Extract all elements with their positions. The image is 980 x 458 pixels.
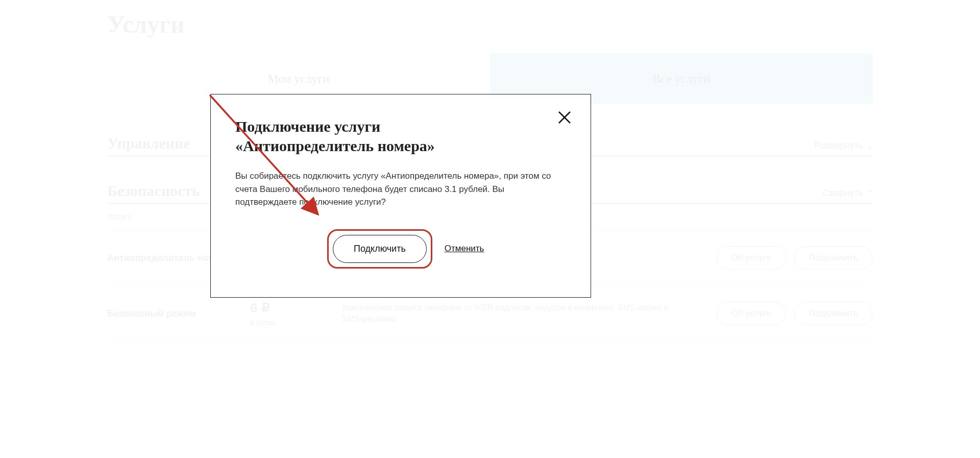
service-description: Комплексная защита телефона от WEB-подпи…	[342, 302, 699, 325]
about-service-button[interactable]: Об услуге	[717, 246, 786, 270]
section-toggle-expand[interactable]: Развернуть ⌄	[815, 140, 873, 151]
service-period: в сутки	[250, 318, 342, 327]
modal-title: Подключение услуги «Антиопределитель ном…	[235, 117, 521, 155]
service-price-block: 6 ₽ в сутки	[250, 300, 342, 327]
modal-text: Вы собираетесь подключить услугу «Антиоп…	[235, 170, 562, 209]
service-actions: Об услуге Подключить	[699, 302, 873, 325]
toggle-label: Развернуть	[815, 140, 863, 151]
section-title: Безопасность	[107, 182, 200, 200]
annotation-highlight-box: Подключить	[327, 229, 432, 269]
close-icon	[557, 110, 572, 125]
chevron-up-icon: ⌃	[866, 188, 873, 198]
service-price: 6 ₽	[250, 300, 342, 316]
cancel-link[interactable]: Отменить	[445, 244, 484, 254]
service-name: Безопасный режим	[107, 308, 250, 319]
confirm-connect-button[interactable]: Подключить	[333, 235, 427, 263]
page-title: Услуги	[107, 10, 873, 38]
section-title: Управление	[107, 135, 190, 152]
close-button[interactable]	[557, 110, 572, 125]
about-service-button[interactable]: Об услуге	[717, 302, 786, 325]
modal-actions: Подключить Отменить	[235, 229, 566, 269]
confirmation-modal: Подключение услуги «Антиопределитель ном…	[210, 94, 591, 298]
service-actions: Об услуге Подключить	[699, 246, 873, 270]
chevron-down-icon: ⌄	[866, 141, 873, 151]
toggle-label: Свернуть	[823, 188, 863, 199]
section-toggle-collapse[interactable]: Свернуть ⌃	[823, 188, 873, 199]
connect-service-button[interactable]: Подключить	[794, 302, 873, 325]
connect-service-button[interactable]: Подключить	[794, 246, 873, 270]
